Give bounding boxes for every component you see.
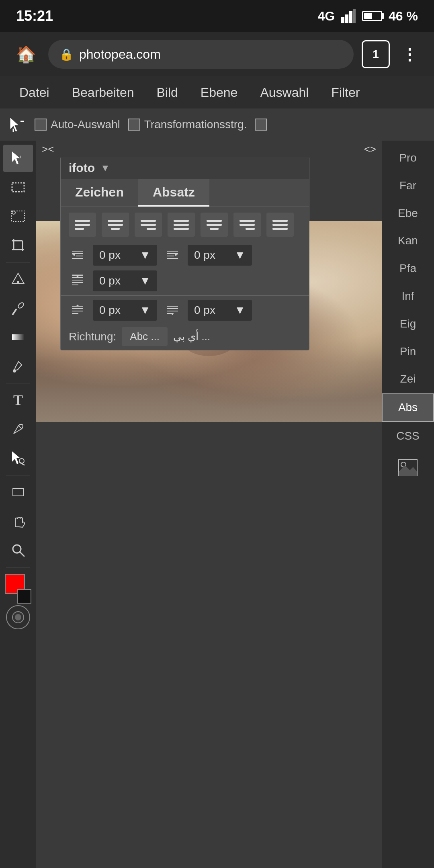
right-item-img[interactable] xyxy=(382,450,434,485)
align-right-button[interactable] xyxy=(135,213,162,237)
justify-center-button[interactable] xyxy=(201,213,228,237)
tool-shape[interactable] xyxy=(3,479,33,506)
svg-rect-25 xyxy=(13,489,23,496)
right-item-far[interactable]: Far xyxy=(382,172,434,199)
tool-heal[interactable] xyxy=(3,266,33,293)
url-bar[interactable]: 🔒 photopea.com xyxy=(48,40,354,69)
space-before-svg xyxy=(70,274,85,288)
cursor-icon xyxy=(8,116,25,133)
tab-zeichen[interactable]: Zeichen xyxy=(61,179,138,207)
tool-brush[interactable] xyxy=(3,295,33,322)
right-item-abs[interactable]: Abs xyxy=(382,393,434,422)
justify-right-button[interactable] xyxy=(233,213,261,237)
menu-auswahl[interactable]: Auswahl xyxy=(249,81,320,104)
indent-right-value: 0 px xyxy=(194,249,215,262)
indent-left-icon xyxy=(69,246,86,264)
indent-left-input[interactable]: 0 px ▼ xyxy=(93,245,157,266)
svg-rect-2 xyxy=(349,11,352,23)
tool-zoom[interactable] xyxy=(3,536,33,564)
bottom-arrow-1[interactable]: ▼ xyxy=(139,304,151,317)
extra-checkbox[interactable] xyxy=(255,119,267,131)
menu-filter[interactable]: Filter xyxy=(320,81,371,104)
align-left-button[interactable] xyxy=(69,213,96,237)
space-before-arrow[interactable]: ▼ xyxy=(139,274,151,287)
svg-marker-7 xyxy=(12,151,20,164)
panel-title-arrow[interactable]: ▼ xyxy=(100,162,110,174)
tool-gradient[interactable] xyxy=(3,323,33,351)
tool-move[interactable]: + xyxy=(3,145,33,172)
right-item-zei[interactable]: Zei xyxy=(382,366,434,393)
signal-indicator: 4G xyxy=(317,9,335,24)
menu-datei[interactable]: Datei xyxy=(8,81,61,104)
right-item-inf[interactable]: Inf xyxy=(382,283,434,310)
direction-option-ltr[interactable]: Abc ... xyxy=(122,327,168,346)
status-right: 4G 46 % xyxy=(317,9,418,24)
panel-toggle-left[interactable]: >< xyxy=(36,141,59,158)
tool-crop[interactable] xyxy=(3,231,33,259)
tool-path-select[interactable] xyxy=(3,444,33,472)
lock-icon: 🔒 xyxy=(59,48,74,61)
tab-count-button[interactable]: 1 xyxy=(362,40,390,68)
tool-lasso[interactable] xyxy=(3,203,33,230)
bottom-input-1[interactable]: 0 px ▼ xyxy=(93,300,157,321)
tab-absatz[interactable]: Absatz xyxy=(138,179,209,207)
tool-pen[interactable] xyxy=(3,416,33,443)
bottom-input-2[interactable]: 0 px ▼ xyxy=(188,300,252,321)
right-item-pfa[interactable]: Pfa xyxy=(382,255,434,282)
background-color[interactable] xyxy=(17,589,31,604)
mask-button[interactable] xyxy=(6,605,30,629)
transformationsstrg-option[interactable]: Transformationsstrg. xyxy=(128,118,247,131)
indent-right-input[interactable]: 0 px ▼ xyxy=(188,245,252,266)
home-button[interactable]: 🏠 xyxy=(12,40,40,68)
direction-option-rtl[interactable]: أي بي ... xyxy=(173,330,210,343)
indent-left-arrow[interactable]: ▼ xyxy=(139,249,151,262)
indent-right-arrow[interactable]: ▼ xyxy=(234,249,246,262)
tool-hand[interactable] xyxy=(3,508,33,535)
right-item-eig[interactable]: Eig xyxy=(382,311,434,338)
tool-separator-1 xyxy=(6,262,30,262)
browser-menu-button[interactable]: ⋮ xyxy=(398,42,422,66)
menu-bild[interactable]: Bild xyxy=(145,81,189,104)
toolbar: Auto-Auswahl Transformationsstrg. xyxy=(0,108,434,141)
align-center-button[interactable] xyxy=(102,213,129,237)
dropper-tool-svg xyxy=(10,358,26,374)
space-before-row: 0 px ▼ xyxy=(61,268,309,294)
indent-left-svg xyxy=(70,248,85,262)
justify-all-button[interactable] xyxy=(266,213,294,237)
transformationsstrg-checkbox[interactable] xyxy=(128,119,140,131)
bottom-value-2: 0 px xyxy=(194,304,215,317)
right-item-css[interactable]: CSS xyxy=(382,423,434,450)
menu-bearbeiten[interactable]: Bearbeiten xyxy=(61,81,145,104)
main-layout: + xyxy=(0,141,434,868)
battery-percent: 46 % xyxy=(389,9,418,24)
tool-text[interactable]: T xyxy=(3,387,33,414)
space-after-svg xyxy=(165,303,180,317)
align-right-icon xyxy=(141,220,156,230)
bottom-arrow-2[interactable]: ▼ xyxy=(234,304,246,317)
space-before-input[interactable]: 0 px ▼ xyxy=(93,270,157,291)
auto-auswahl-checkbox[interactable] xyxy=(35,119,47,131)
tool-marquee[interactable] xyxy=(3,174,33,201)
panel-divider xyxy=(61,295,309,296)
image-panel-icon xyxy=(398,458,418,478)
svg-rect-0 xyxy=(341,17,344,23)
svg-text:+: + xyxy=(19,154,22,160)
zoom-tool-svg xyxy=(10,542,26,558)
auto-auswahl-option[interactable]: Auto-Auswahl xyxy=(35,118,120,131)
right-item-pin[interactable]: Pin xyxy=(382,338,434,365)
right-item-pro[interactable]: Pro xyxy=(382,145,434,172)
right-item-kan[interactable]: Kan xyxy=(382,227,434,254)
auto-auswahl-label: Auto-Auswahl xyxy=(51,118,120,131)
heal-tool-svg xyxy=(10,272,26,287)
space-before2-icon xyxy=(69,301,86,319)
marquee-tool-svg xyxy=(10,180,26,195)
justify-button[interactable] xyxy=(168,213,195,237)
right-item-ebe[interactable]: Ebe xyxy=(382,200,434,227)
panel-toggle-right[interactable]: <> xyxy=(358,141,382,158)
tool-dropper[interactable] xyxy=(3,352,33,380)
move-tool-icon xyxy=(6,115,27,135)
svg-point-17 xyxy=(17,281,19,283)
space-before2-svg xyxy=(70,303,85,317)
space-after-icon xyxy=(164,301,181,319)
menu-ebene[interactable]: Ebene xyxy=(189,81,249,104)
